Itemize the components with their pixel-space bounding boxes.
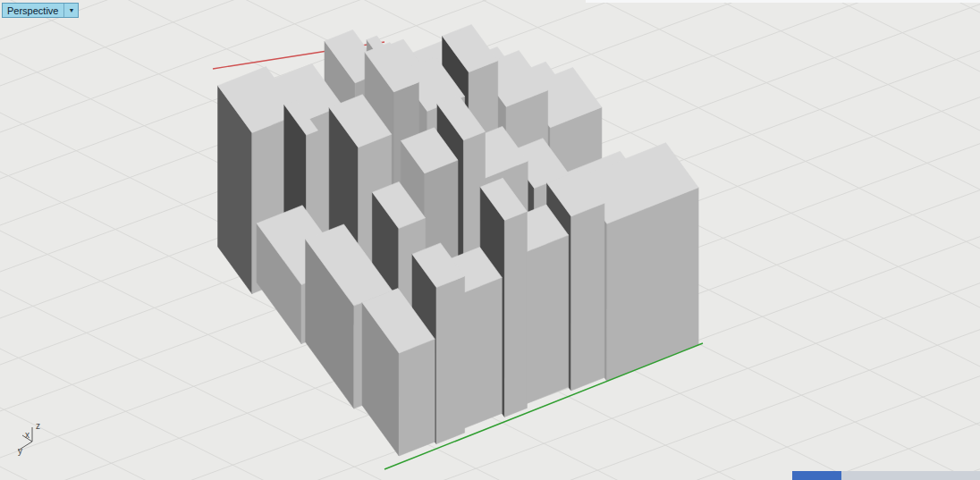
viewport-title[interactable]: Perspective	[3, 4, 63, 17]
taskbar-window-fragment-light[interactable]	[841, 471, 980, 480]
taskbar-window-fragment-blue[interactable]	[792, 471, 841, 480]
gizmo-z-label: z	[36, 421, 40, 431]
viewport-3d-scene[interactable]	[0, 0, 980, 480]
viewport-title-tab[interactable]: Perspective ▼	[2, 3, 79, 18]
world-axes-gizmo: z x y	[5, 411, 59, 465]
window-chrome-sliver	[586, 0, 980, 3]
gizmo-x-label: x	[25, 430, 30, 440]
viewport[interactable]: Perspective ▼ z x y	[0, 0, 980, 480]
viewport-menu-dropdown-icon[interactable]: ▼	[64, 4, 78, 17]
gizmo-y-label: y	[18, 446, 22, 456]
